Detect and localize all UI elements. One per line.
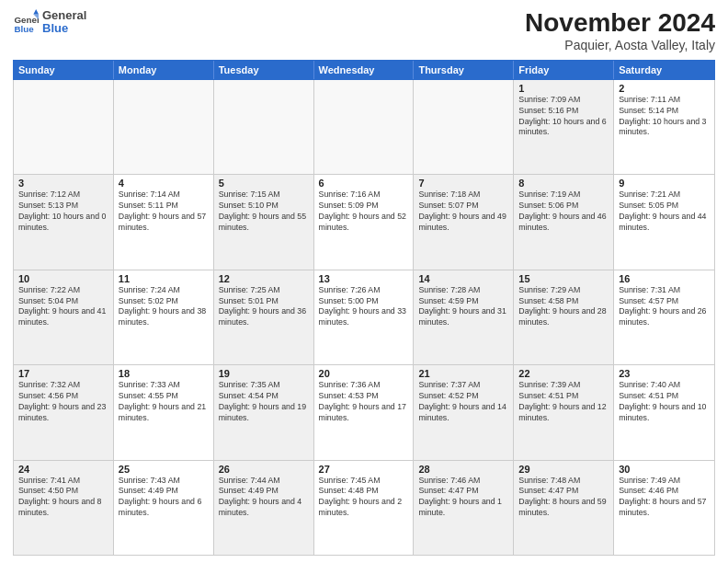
logo-icon: General Blue [13,9,39,35]
logo-general: General [42,9,86,22]
calendar-row: 1Sunrise: 7:09 AM Sunset: 5:16 PM Daylig… [14,80,714,175]
day-info: Sunrise: 7:32 AM Sunset: 4:56 PM Dayligh… [18,380,108,424]
header-wednesday: Wednesday [314,61,415,79]
day-info: Sunrise: 7:46 AM Sunset: 4:47 PM Dayligh… [418,476,508,520]
day-info: Sunrise: 7:36 AM Sunset: 4:53 PM Dayligh… [319,380,409,424]
day-info: Sunrise: 7:49 AM Sunset: 4:46 PM Dayligh… [619,476,710,520]
day-info: Sunrise: 7:35 AM Sunset: 4:54 PM Dayligh… [219,380,309,424]
calendar-cell: 6Sunrise: 7:16 AM Sunset: 5:09 PM Daylig… [314,175,415,269]
day-info: Sunrise: 7:44 AM Sunset: 4:49 PM Dayligh… [219,476,309,520]
day-number: 20 [319,368,409,379]
calendar-cell: 25Sunrise: 7:43 AM Sunset: 4:49 PM Dayli… [114,461,214,555]
calendar-cell: 30Sunrise: 7:49 AM Sunset: 4:46 PM Dayli… [614,461,714,555]
day-number: 28 [418,464,508,475]
calendar-cell [314,80,415,174]
day-info: Sunrise: 7:45 AM Sunset: 4:48 PM Dayligh… [319,476,409,520]
month-title: November 2024 [525,9,715,38]
calendar-cell: 17Sunrise: 7:32 AM Sunset: 4:56 PM Dayli… [14,365,114,459]
day-number: 15 [518,273,609,284]
calendar-header: Sunday Monday Tuesday Wednesday Thursday… [13,60,715,80]
calendar-cell: 15Sunrise: 7:29 AM Sunset: 4:58 PM Dayli… [514,270,614,364]
day-number: 6 [319,178,409,189]
day-number: 2 [619,83,710,94]
day-info: Sunrise: 7:26 AM Sunset: 5:00 PM Dayligh… [319,285,409,329]
day-number: 11 [119,273,209,284]
day-number: 10 [18,273,108,284]
calendar-cell: 4Sunrise: 7:14 AM Sunset: 5:11 PM Daylig… [114,175,214,269]
day-info: Sunrise: 7:14 AM Sunset: 5:11 PM Dayligh… [119,190,209,234]
header-sunday: Sunday [14,61,114,79]
calendar: Sunday Monday Tuesday Wednesday Thursday… [13,60,715,556]
day-info: Sunrise: 7:15 AM Sunset: 5:10 PM Dayligh… [219,190,309,234]
header-tuesday: Tuesday [214,61,314,79]
calendar-cell: 20Sunrise: 7:36 AM Sunset: 4:53 PM Dayli… [314,365,415,459]
calendar-row: 17Sunrise: 7:32 AM Sunset: 4:56 PM Dayli… [14,365,714,460]
calendar-row: 24Sunrise: 7:41 AM Sunset: 4:50 PM Dayli… [14,461,714,555]
day-info: Sunrise: 7:11 AM Sunset: 5:14 PM Dayligh… [619,95,710,139]
header-monday: Monday [114,61,214,79]
day-info: Sunrise: 7:33 AM Sunset: 4:55 PM Dayligh… [119,380,209,424]
svg-marker-2 [33,9,39,15]
calendar-cell [414,80,514,174]
day-info: Sunrise: 7:12 AM Sunset: 5:13 PM Dayligh… [18,190,108,234]
calendar-cell: 18Sunrise: 7:33 AM Sunset: 4:55 PM Dayli… [114,365,214,459]
calendar-cell [114,80,214,174]
day-info: Sunrise: 7:28 AM Sunset: 4:59 PM Dayligh… [418,285,508,329]
day-info: Sunrise: 7:24 AM Sunset: 5:02 PM Dayligh… [119,285,209,329]
day-info: Sunrise: 7:18 AM Sunset: 5:07 PM Dayligh… [418,190,508,234]
day-info: Sunrise: 7:16 AM Sunset: 5:09 PM Dayligh… [319,190,409,234]
day-number: 3 [18,178,108,189]
day-number: 5 [219,178,309,189]
header-saturday: Saturday [614,61,714,79]
header-friday: Friday [514,61,614,79]
day-info: Sunrise: 7:09 AM Sunset: 5:16 PM Dayligh… [518,95,609,139]
calendar-cell: 28Sunrise: 7:46 AM Sunset: 4:47 PM Dayli… [414,461,514,555]
day-number: 26 [219,464,309,475]
svg-text:Blue: Blue [14,24,34,34]
calendar-cell: 26Sunrise: 7:44 AM Sunset: 4:49 PM Dayli… [214,461,314,555]
day-info: Sunrise: 7:19 AM Sunset: 5:06 PM Dayligh… [518,190,609,234]
logo-text: General Blue [42,9,86,36]
day-number: 19 [219,368,309,379]
day-info: Sunrise: 7:37 AM Sunset: 4:52 PM Dayligh… [418,380,508,424]
day-info: Sunrise: 7:29 AM Sunset: 4:58 PM Dayligh… [518,285,609,329]
day-number: 8 [518,178,609,189]
day-number: 16 [619,273,710,284]
calendar-cell: 9Sunrise: 7:21 AM Sunset: 5:05 PM Daylig… [614,175,714,269]
calendar-cell: 16Sunrise: 7:31 AM Sunset: 4:57 PM Dayli… [614,270,714,364]
calendar-cell: 12Sunrise: 7:25 AM Sunset: 5:01 PM Dayli… [214,270,314,364]
logo-blue: Blue [42,22,86,35]
day-info: Sunrise: 7:40 AM Sunset: 4:51 PM Dayligh… [619,380,710,424]
logo: General Blue General Blue [13,9,86,36]
calendar-cell: 10Sunrise: 7:22 AM Sunset: 5:04 PM Dayli… [14,270,114,364]
calendar-cell: 3Sunrise: 7:12 AM Sunset: 5:13 PM Daylig… [14,175,114,269]
day-info: Sunrise: 7:48 AM Sunset: 4:47 PM Dayligh… [518,476,609,520]
location: Paquier, Aosta Valley, Italy [525,38,715,52]
day-number: 30 [619,464,710,475]
calendar-cell [14,80,114,174]
calendar-cell: 21Sunrise: 7:37 AM Sunset: 4:52 PM Dayli… [414,365,514,459]
day-info: Sunrise: 7:25 AM Sunset: 5:01 PM Dayligh… [219,285,309,329]
calendar-cell: 11Sunrise: 7:24 AM Sunset: 5:02 PM Dayli… [114,270,214,364]
calendar-cell: 29Sunrise: 7:48 AM Sunset: 4:47 PM Dayli… [514,461,614,555]
calendar-cell: 13Sunrise: 7:26 AM Sunset: 5:00 PM Dayli… [314,270,415,364]
day-info: Sunrise: 7:21 AM Sunset: 5:05 PM Dayligh… [619,190,710,234]
calendar-cell: 2Sunrise: 7:11 AM Sunset: 5:14 PM Daylig… [614,80,714,174]
calendar-cell: 8Sunrise: 7:19 AM Sunset: 5:06 PM Daylig… [514,175,614,269]
day-number: 9 [619,178,710,189]
day-number: 25 [119,464,209,475]
day-number: 27 [319,464,409,475]
header-thursday: Thursday [414,61,514,79]
calendar-cell: 1Sunrise: 7:09 AM Sunset: 5:16 PM Daylig… [514,80,614,174]
calendar-cell: 14Sunrise: 7:28 AM Sunset: 4:59 PM Dayli… [414,270,514,364]
day-number: 12 [219,273,309,284]
calendar-cell [214,80,314,174]
calendar-body: 1Sunrise: 7:09 AM Sunset: 5:16 PM Daylig… [13,80,715,556]
day-number: 23 [619,368,710,379]
day-number: 1 [518,83,609,94]
day-number: 4 [119,178,209,189]
day-info: Sunrise: 7:41 AM Sunset: 4:50 PM Dayligh… [18,476,108,520]
calendar-cell: 24Sunrise: 7:41 AM Sunset: 4:50 PM Dayli… [14,461,114,555]
day-number: 29 [518,464,609,475]
title-block: November 2024 Paquier, Aosta Valley, Ita… [525,9,715,52]
